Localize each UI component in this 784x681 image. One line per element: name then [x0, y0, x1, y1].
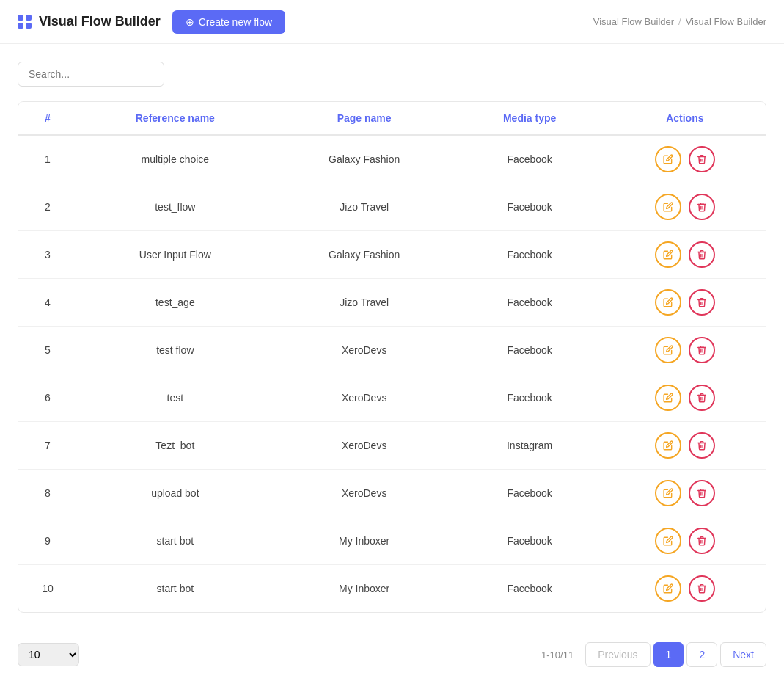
- cell-id: 1: [18, 135, 77, 183]
- cell-reference-name: test_flow: [77, 183, 274, 231]
- cell-reference-name: start bot: [77, 565, 274, 613]
- next-button[interactable]: Next: [720, 642, 766, 667]
- create-new-flow-button[interactable]: ⊕ Create new flow: [172, 10, 285, 34]
- edit-button[interactable]: [655, 480, 681, 506]
- cell-page-name: Galaxy Fashion: [274, 231, 455, 279]
- edit-button[interactable]: [655, 146, 681, 172]
- table-row: 2 test_flow Jizo Travel Facebook: [18, 183, 766, 231]
- app-title: Visual Flow Builder: [39, 14, 161, 29]
- breadcrumb-current: Visual Flow Builder: [686, 16, 766, 27]
- table-footer: 102050100 1-10/11 Previous 1 2 Next: [0, 630, 784, 681]
- table-row: 6 test XeroDevs Facebook: [18, 374, 766, 422]
- previous-button[interactable]: Previous: [585, 642, 650, 667]
- per-page-wrap: 102050100: [18, 643, 79, 666]
- cell-actions: [604, 279, 766, 327]
- action-buttons: [619, 480, 751, 506]
- table-row: 8 upload bot XeroDevs Facebook: [18, 470, 766, 517]
- delete-button[interactable]: [689, 385, 715, 411]
- cell-page-name: XeroDevs: [274, 470, 455, 517]
- cell-page-name: Jizo Travel: [274, 183, 455, 231]
- flows-table: # Reference name Page name Media type Ac…: [18, 102, 766, 612]
- cell-actions: [604, 374, 766, 422]
- app-header: Visual Flow Builder ⊕ Create new flow Vi…: [0, 0, 784, 44]
- col-header-id: #: [18, 102, 77, 135]
- delete-button[interactable]: [689, 432, 715, 459]
- cell-reference-name: upload bot: [77, 470, 274, 517]
- breadcrumb-parent: Visual Flow Builder: [593, 16, 674, 27]
- page-info: 1-10/11: [541, 649, 574, 660]
- cell-reference-name: Tezt_bot: [77, 422, 274, 470]
- cell-actions: [604, 565, 766, 613]
- cell-page-name: XeroDevs: [274, 327, 455, 374]
- action-buttons: [619, 289, 751, 316]
- page-2-button[interactable]: 2: [686, 642, 717, 667]
- cell-page-name: My Inboxer: [274, 517, 455, 565]
- delete-button[interactable]: [689, 241, 715, 268]
- page-1-button[interactable]: 1: [653, 642, 684, 667]
- create-button-label: Create new flow: [199, 16, 272, 28]
- edit-button[interactable]: [655, 575, 681, 602]
- cell-media-type: Facebook: [455, 327, 604, 374]
- header-left: Visual Flow Builder ⊕ Create new flow: [18, 10, 285, 34]
- table-header: # Reference name Page name Media type Ac…: [18, 102, 766, 135]
- action-buttons: [619, 337, 751, 363]
- table-row: 3 User Input Flow Galaxy Fashion Faceboo…: [18, 231, 766, 279]
- delete-button[interactable]: [689, 575, 715, 602]
- action-buttons: [619, 432, 751, 459]
- breadcrumb: Visual Flow Builder / Visual Flow Builde…: [593, 16, 766, 27]
- cell-id: 2: [18, 183, 77, 231]
- action-buttons: [619, 241, 751, 268]
- edit-button[interactable]: [655, 337, 681, 363]
- action-buttons: [619, 575, 751, 602]
- edit-button[interactable]: [655, 194, 681, 220]
- table-row: 5 test flow XeroDevs Facebook: [18, 327, 766, 374]
- logo-icon: [18, 15, 32, 29]
- action-buttons: [619, 194, 751, 220]
- col-header-reference-name: Reference name: [77, 102, 274, 135]
- cell-actions: [604, 231, 766, 279]
- cell-id: 7: [18, 422, 77, 470]
- cell-page-name: XeroDevs: [274, 422, 455, 470]
- cell-media-type: Facebook: [455, 183, 604, 231]
- col-header-actions: Actions: [604, 102, 766, 135]
- delete-button[interactable]: [689, 146, 715, 172]
- page-content: # Reference name Page name Media type Ac…: [0, 44, 784, 630]
- edit-button[interactable]: [655, 432, 681, 459]
- cell-media-type: Facebook: [455, 470, 604, 517]
- table-row: 9 start bot My Inboxer Facebook: [18, 517, 766, 565]
- delete-button[interactable]: [689, 337, 715, 363]
- cell-media-type: Facebook: [455, 279, 604, 327]
- col-header-media-type: Media type: [455, 102, 604, 135]
- cell-page-name: XeroDevs: [274, 374, 455, 422]
- search-input[interactable]: [18, 62, 164, 87]
- cell-reference-name: test flow: [77, 327, 274, 374]
- table-header-row: # Reference name Page name Media type Ac…: [18, 102, 766, 135]
- delete-button[interactable]: [689, 480, 715, 506]
- cell-media-type: Facebook: [455, 517, 604, 565]
- cell-media-type: Instagram: [455, 422, 604, 470]
- edit-button[interactable]: [655, 289, 681, 316]
- cell-reference-name: start bot: [77, 517, 274, 565]
- col-header-page-name: Page name: [274, 102, 455, 135]
- delete-button[interactable]: [689, 289, 715, 316]
- action-buttons: [619, 385, 751, 411]
- delete-button[interactable]: [689, 528, 715, 554]
- table-row: 4 test_age Jizo Travel Facebook: [18, 279, 766, 327]
- per-page-select[interactable]: 102050100: [18, 643, 79, 666]
- create-button-plus-icon: ⊕: [186, 16, 194, 28]
- table-row: 10 start bot My Inboxer Facebook: [18, 565, 766, 613]
- cell-id: 3: [18, 231, 77, 279]
- flows-table-wrap: # Reference name Page name Media type Ac…: [18, 101, 766, 613]
- edit-button[interactable]: [655, 528, 681, 554]
- edit-button[interactable]: [655, 241, 681, 268]
- edit-button[interactable]: [655, 385, 681, 411]
- cell-actions: [604, 517, 766, 565]
- table-row: 1 multiple choice Galaxy Fashion Faceboo…: [18, 135, 766, 183]
- action-buttons: [619, 146, 751, 172]
- delete-button[interactable]: [689, 194, 715, 220]
- cell-reference-name: User Input Flow: [77, 231, 274, 279]
- cell-actions: [604, 183, 766, 231]
- cell-media-type: Facebook: [455, 565, 604, 613]
- cell-actions: [604, 327, 766, 374]
- cell-id: 10: [18, 565, 77, 613]
